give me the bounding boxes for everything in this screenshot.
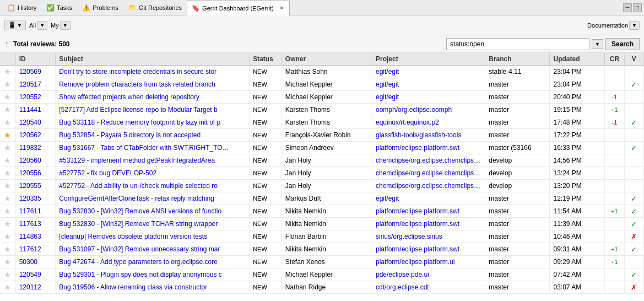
star-icon[interactable]: ★ <box>4 105 11 114</box>
id-link[interactable]: 111441 <box>19 106 41 114</box>
id-cell[interactable]: 111441 <box>15 104 56 116</box>
search-button[interactable]: Search <box>605 38 640 50</box>
col-header-status[interactable]: Status <box>250 53 282 66</box>
owner-cell[interactable]: Jan Holy <box>282 167 372 180</box>
project-cell[interactable]: pde/eclipse.pde.ui <box>372 268 485 281</box>
star-icon[interactable]: ★ <box>4 207 11 216</box>
star-cell[interactable]: ★ <box>0 66 15 78</box>
subject-link[interactable]: Bug 533118 - Reduce memory footprint by … <box>59 119 220 126</box>
project-link[interactable]: sirius/org.eclipse.sirius <box>376 233 442 240</box>
project-cell[interactable]: egit/egit <box>372 192 485 205</box>
id-cell[interactable]: 120556 <box>15 167 56 180</box>
table-row[interactable]: ★117612Bug 531097 - [Win32] Remove unnec… <box>0 243 644 256</box>
table-row[interactable]: ★117613Bug 532830 - [Win32] Remove TCHAR… <box>0 218 644 230</box>
subject-cell[interactable]: Bug 532830 - [Win32] Remove TCHAR string… <box>56 218 250 230</box>
subject-cell[interactable]: #527752 - Add ability to un-/check multi… <box>56 180 250 192</box>
device-dropdown-arrow[interactable]: ▼ <box>17 23 22 28</box>
project-cell[interactable]: egit/egit <box>372 91 485 104</box>
project-cell[interactable]: platform/eclipse.platform.swt <box>372 243 485 256</box>
subject-cell[interactable]: Bug 472674 - Add type parameters to org.… <box>56 256 250 268</box>
star-cell[interactable]: ★ <box>0 218 15 230</box>
subject-link[interactable]: Bug 531667 - Tabs of CTabFolder with SWT… <box>59 144 229 152</box>
project-link[interactable]: platform/eclipse.platform.swt <box>376 220 459 228</box>
id-link[interactable]: 120335 <box>19 195 41 202</box>
project-cell[interactable]: platform/eclipse.platform.swt <box>372 142 485 154</box>
table-row[interactable]: ★120335ConfigureGerritAfterCloneTask - r… <box>0 192 644 205</box>
id-link[interactable]: 120555 <box>19 182 41 190</box>
table-row[interactable]: ★120517Remove problem characters from ta… <box>0 78 644 91</box>
project-link[interactable]: platform/eclipse.platform.swt <box>376 245 459 253</box>
project-link[interactable]: chemclipse/org.eclipse.chemclips… <box>376 182 480 190</box>
subject-link[interactable]: Bug 532854 - Payara 5 directory is not a… <box>59 131 201 139</box>
subject-link[interactable]: Show affected projects when deleting rep… <box>59 93 199 101</box>
owner-cell[interactable]: Stefan Xenos <box>282 256 372 268</box>
owner-cell[interactable]: Simeon Andreev <box>282 142 372 154</box>
star-icon[interactable]: ★ <box>4 270 11 279</box>
subject-cell[interactable]: Bug 533118 - Reduce memory footprint by … <box>56 116 250 129</box>
id-link[interactable]: 120560 <box>19 157 41 164</box>
id-cell[interactable]: 50300 <box>15 256 56 268</box>
project-link[interactable]: glassfish-tools/glassfish-tools <box>376 131 461 139</box>
id-link[interactable]: 120549 <box>19 271 41 278</box>
table-row[interactable]: ★120560#533129 - implement method getPea… <box>0 154 644 167</box>
project-cell[interactable]: egit/egit <box>372 78 485 91</box>
project-cell[interactable]: chemclipse/org.eclipse.chemclips… <box>372 180 485 192</box>
id-link[interactable]: 117612 <box>19 245 41 253</box>
table-row[interactable]: ★119832Bug 531667 - Tabs of CTabFolder w… <box>0 142 644 154</box>
search-dropdown-button[interactable]: ▼ <box>592 39 603 49</box>
table-row[interactable]: ★50300Bug 472674 - Add type parameters t… <box>0 256 644 268</box>
id-link[interactable]: 120517 <box>19 80 41 88</box>
owner-cell[interactable]: Michael Keppler <box>282 268 372 281</box>
star-icon[interactable]: ★ <box>4 194 11 203</box>
project-link[interactable]: egit/egit <box>376 93 399 101</box>
project-link[interactable]: cdt/org.eclipse.cdt <box>376 283 429 291</box>
star-cell[interactable]: ★ <box>0 256 15 268</box>
star-cell[interactable]: ★ <box>0 192 15 205</box>
project-cell[interactable]: platform/eclipse.platform.swt <box>372 205 485 218</box>
col-header-id[interactable]: ID <box>15 53 56 66</box>
subject-cell[interactable]: [cleanup] Removes obsolete platform vers… <box>56 230 250 243</box>
tab-problems[interactable]: ⚠️ Problems <box>77 0 123 15</box>
project-link[interactable]: platform/eclipse.platform.ui <box>376 258 454 266</box>
owner-cell[interactable]: Nikita Nemkin <box>282 205 372 218</box>
star-cell[interactable]: ★ <box>0 205 15 218</box>
star-cell[interactable]: ★ <box>0 154 15 167</box>
id-cell[interactable]: 120569 <box>15 66 56 78</box>
id-link[interactable]: 119832 <box>19 144 41 152</box>
id-cell[interactable]: 120517 <box>15 78 56 91</box>
project-cell[interactable]: platform/eclipse.platform.ui <box>372 256 485 268</box>
project-link[interactable]: platform/eclipse.platform.swt <box>376 144 459 152</box>
table-row[interactable]: ★120552Show affected projects when delet… <box>0 91 644 104</box>
project-link[interactable]: egit/egit <box>376 68 399 76</box>
id-link[interactable]: 117611 <box>19 207 41 215</box>
id-link[interactable]: 120562 <box>19 131 41 139</box>
subject-cell[interactable]: Bug 529301 - Plugin spy does not display… <box>56 268 250 281</box>
device-button[interactable]: 📱 ▼ <box>4 20 26 30</box>
table-row[interactable]: ★111441[527177] Add Eclipse license repo… <box>0 104 644 116</box>
subject-link[interactable]: Bug 319506 - Allow renaming class via co… <box>59 283 207 291</box>
subject-cell[interactable]: Bug 319506 - Allow renaming class via co… <box>56 281 250 294</box>
my-dropdown-arrow[interactable]: ▼ <box>60 21 71 30</box>
id-cell[interactable]: 120552 <box>15 91 56 104</box>
owner-cell[interactable]: Jan Holy <box>282 154 372 167</box>
tab-git-repos[interactable]: 📁 Git Repositories <box>123 0 187 15</box>
table-row[interactable]: ★120555#527752 - Add ability to un-/chec… <box>0 180 644 192</box>
star-cell[interactable]: ★ <box>0 281 15 294</box>
id-cell[interactable]: 120112 <box>15 281 56 294</box>
star-cell[interactable]: ★ <box>0 167 15 180</box>
star-cell[interactable]: ★ <box>0 129 15 142</box>
project-cell[interactable]: glassfish-tools/glassfish-tools <box>372 129 485 142</box>
star-icon[interactable]: ★ <box>4 156 11 165</box>
subject-cell[interactable]: Remove problem characters from task rela… <box>56 78 250 91</box>
project-link[interactable]: pde/eclipse.pde.ui <box>376 271 429 278</box>
star-icon[interactable]: ★ <box>4 283 11 292</box>
owner-cell[interactable]: Karsten Thoms <box>282 116 372 129</box>
star-cell[interactable]: ★ <box>0 268 15 281</box>
id-cell[interactable]: 119832 <box>15 142 56 154</box>
project-cell[interactable]: oomph/org.eclipse.oomph <box>372 104 485 116</box>
star-icon[interactable]: ★ <box>4 232 11 241</box>
subject-link[interactable]: ConfigureGerritAfterCloneTask - relax re… <box>59 195 214 202</box>
subject-link[interactable]: Bug 472674 - Add type parameters to org.… <box>59 258 218 266</box>
subject-link[interactable]: Remove problem characters from task rela… <box>59 80 215 88</box>
project-cell[interactable]: equinox/rt.equinox.p2 <box>372 116 485 129</box>
